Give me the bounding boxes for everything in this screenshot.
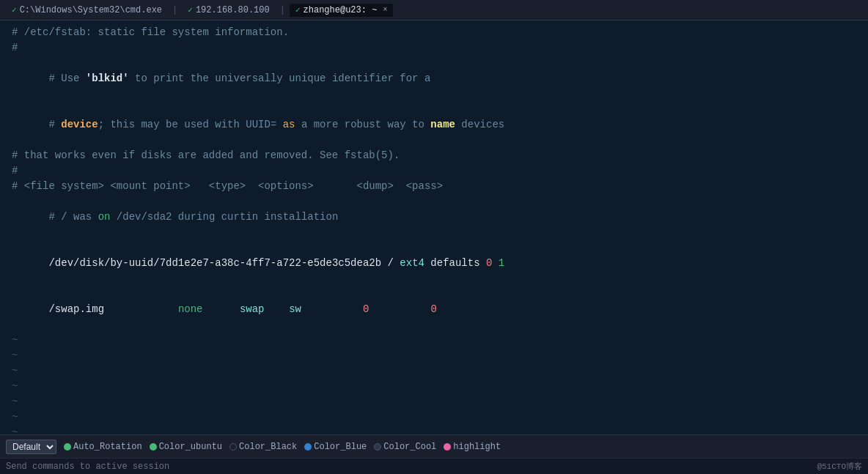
comment-mid: ; this may be used with UUID=: [98, 119, 283, 130]
as-keyword: as: [283, 119, 295, 130]
swap-sp2: [202, 303, 239, 315]
tab-sep-2: |: [280, 5, 285, 15]
line-10: /swap.img none swap sw 0 0: [12, 286, 862, 333]
main-area: # /etc/fstab: static file system informa…: [0, 21, 868, 434]
hash: #: [48, 119, 61, 130]
swap-sp5: [369, 303, 430, 315]
line-2: #: [12, 40, 862, 56]
line-6: #: [12, 163, 862, 179]
watermark: @51CTO博客: [817, 461, 862, 472]
line-3: # Use 'blkid' to print the universally u…: [12, 56, 862, 102]
auto-rotation-label: Auto_Rotation: [73, 442, 142, 452]
command-bar: Send commands to active session @51CTO博客: [0, 458, 868, 474]
fstab-sp: [492, 257, 498, 269]
comment-prefix: # Use: [48, 73, 85, 84]
tab-ssh-label: zhanghe@u23: ~: [304, 5, 378, 15]
swap-none: none: [178, 303, 203, 315]
line-5: # that works even if disks are added and…: [12, 148, 862, 163]
comment-end: devices: [455, 119, 504, 130]
tab-ssh[interactable]: ✓ zhanghe@u23: ~ ×: [290, 4, 393, 17]
line-7: # <file system> <mount point> <type> <op…: [12, 179, 862, 194]
ubuntu-label: Color_ubuntu: [159, 442, 222, 452]
cool-dot: [374, 443, 381, 451]
profile-select[interactable]: Default: [6, 440, 56, 454]
tab-check-icon-2: ✓: [188, 5, 193, 15]
color-highlight[interactable]: highlight: [444, 442, 501, 452]
terminal[interactable]: # /etc/fstab: static file system informa…: [0, 21, 868, 434]
color-ubuntu[interactable]: Color_ubuntu: [150, 442, 222, 452]
swap-type: swap: [240, 303, 265, 315]
comment-mid2: a more robust way to: [295, 119, 431, 130]
command-bar-label: Send commands to active session: [6, 462, 169, 472]
tilde-3: ~: [12, 363, 862, 379]
swap-sp4: [301, 303, 363, 315]
color-black[interactable]: Color_Black: [229, 442, 297, 452]
comment-was: # / was: [48, 211, 98, 223]
blkid-keyword: 'blkid': [86, 73, 129, 84]
highlight-dot: [444, 443, 451, 451]
fstab-uuid-path: /dev/disk/by-uuid/7dd1e2e7-a38c-4ff7-a72…: [48, 257, 381, 269]
tilde-1: ~: [12, 333, 862, 348]
cool-label: Color_Cool: [383, 442, 436, 452]
title-bar: ✓ C:\Windows\System32\cmd.exe | ✓ 192.16…: [0, 0, 868, 21]
bottom-toolbar: Default Auto_Rotation Color_ubuntu Color…: [0, 434, 868, 458]
fstab-pass: 1: [499, 257, 504, 269]
on-keyword: on: [98, 211, 111, 223]
tab-check-icon: ✓: [12, 5, 17, 15]
tilde-2: ~: [12, 348, 862, 363]
comment-suffix: to print the universally unique identifi…: [129, 73, 431, 84]
swap-sp1: [104, 303, 178, 315]
tab-ip-label: 192.168.80.100: [196, 5, 270, 15]
fstab-sep: /: [381, 257, 400, 269]
comment-dev: /dev/sda2 during curtin installation: [110, 211, 338, 223]
color-cool[interactable]: Color_Cool: [374, 442, 436, 452]
line-4: # device; this may be used with UUID= as…: [12, 102, 862, 148]
tab-sep-1: |: [172, 5, 177, 15]
tilde-4: ~: [12, 379, 862, 394]
blue-dot: [304, 443, 312, 451]
tab-cmd-label: C:\Windows\System32\cmd.exe: [20, 5, 162, 15]
device-keyword: device: [61, 119, 98, 130]
swap-sw: sw: [289, 303, 301, 315]
fstab-fs: ext4: [400, 257, 424, 269]
line-1: # /etc/fstab: static file system informa…: [12, 25, 862, 40]
black-label: Color_Black: [239, 442, 297, 452]
swap-path: /swap.img: [48, 303, 104, 315]
ubuntu-dot: [150, 443, 157, 451]
tab-close-icon[interactable]: ×: [383, 6, 387, 14]
black-dot: [229, 443, 237, 451]
name-keyword: name: [430, 119, 455, 130]
tilde-7: ~: [12, 425, 862, 434]
line-9: /dev/disk/by-uuid/7dd1e2e7-a38c-4ff7-a72…: [12, 240, 862, 286]
tab-cmd[interactable]: ✓ C:\Windows\System32\cmd.exe: [6, 4, 168, 17]
color-blue[interactable]: Color_Blue: [304, 442, 367, 452]
tab-check-icon-3: ✓: [295, 5, 301, 15]
auto-rotation-dot: [64, 443, 71, 451]
tilde-6: ~: [12, 410, 862, 425]
tab-ip[interactable]: ✓ 192.168.80.100: [182, 4, 275, 17]
tilde-5: ~: [12, 394, 862, 410]
line-8: # / was on /dev/sda2 during curtin insta…: [12, 194, 862, 240]
color-auto-rotation[interactable]: Auto_Rotation: [64, 442, 142, 452]
highlight-label: highlight: [453, 442, 501, 452]
swap-n2: 0: [430, 303, 436, 315]
fstab-opts: defaults: [424, 257, 486, 269]
blue-label: Color_Blue: [314, 442, 367, 452]
swap-sp3: [265, 303, 290, 315]
